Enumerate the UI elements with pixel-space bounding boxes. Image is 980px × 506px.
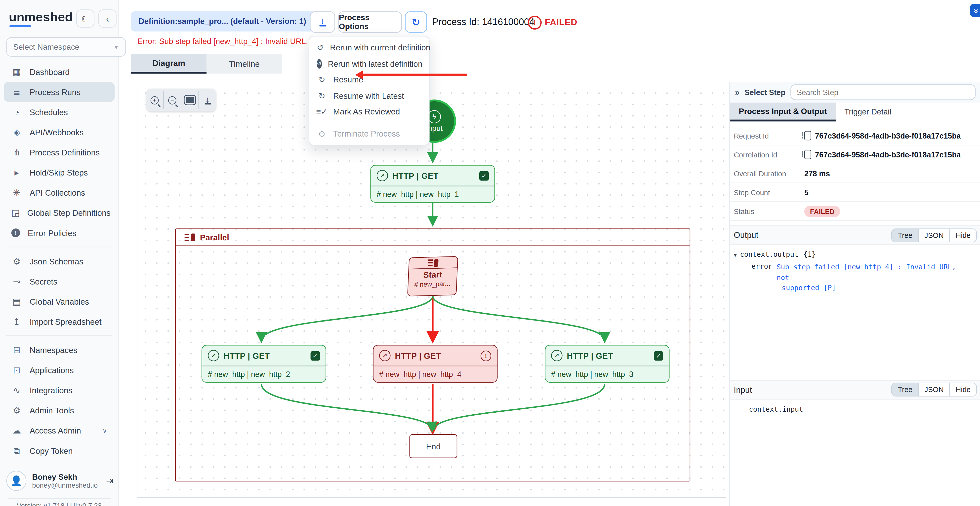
fit-view-button[interactable] xyxy=(181,93,198,108)
refresh-button[interactable]: ↻ xyxy=(405,11,427,33)
menu-item-resume-with-latest[interactable]: ↻Resume with Latest xyxy=(309,88,429,104)
tree-root-key: context.output xyxy=(740,251,799,259)
chevron-down-icon: ∨ xyxy=(102,427,107,434)
sidebar-item-api-collections[interactable]: ✳API Collections xyxy=(4,182,115,203)
global-step-definitions-icon: ◲ xyxy=(11,208,20,218)
sidebar-item-process-definitions[interactable]: ⋔Process Definitions xyxy=(4,142,115,162)
zoom-out-icon: − xyxy=(168,96,177,104)
integrations-icon: ∿ xyxy=(11,385,22,395)
sidebar-item-label: Json Schemas xyxy=(30,257,83,266)
http-icon: ↗ xyxy=(208,350,219,361)
import-spreadsheet-icon: ↥ xyxy=(11,317,22,327)
menu-item-mark-as-reviewed[interactable]: ≡✓Mark As Reviewed xyxy=(309,104,429,120)
sidebar-item-import-spreadsheet[interactable]: ↥Import Spreadsheet xyxy=(4,312,115,332)
sidebar-item-admin-tools[interactable]: ⚙Admin Tools xyxy=(4,400,115,420)
sidebar-item-integrations[interactable]: ∿Integrations xyxy=(4,380,115,400)
sidebar-item-global-step-definitions[interactable]: ◲Global Step Definitions xyxy=(4,203,115,223)
panel-tabs: Process Input & OutputTrigger Detail xyxy=(730,103,980,121)
detail-value: 5 xyxy=(804,188,808,197)
node-new-http-1[interactable]: ↗ HTTP | GET ✓ # new_http | new_http_1 xyxy=(370,165,495,203)
node-title: HTTP | GET xyxy=(395,351,441,360)
status-badge: FAILED xyxy=(804,206,840,217)
tab-timeline[interactable]: Timeline xyxy=(207,54,282,74)
sidebar-collapse-button[interactable]: ‹ xyxy=(98,10,116,28)
nav-divider xyxy=(6,335,112,336)
panel-collapse-icon[interactable]: » xyxy=(735,87,740,97)
node-parallel-start[interactable]: Start # new_par... xyxy=(407,256,458,297)
sidebar-item-copy-token[interactable]: ⧉Copy Token xyxy=(4,441,115,460)
api-webhooks-icon: ◈ xyxy=(11,127,22,137)
http-icon: ↗ xyxy=(377,170,388,181)
tree-expand-caret[interactable]: ▼ xyxy=(734,252,737,258)
view-tree-button[interactable]: Tree xyxy=(892,383,918,396)
namespace-select[interactable]: Select Namespace ▼ xyxy=(6,37,126,57)
sidebar-item-secrets[interactable]: ⊸Secrets xyxy=(4,271,115,292)
dashboard-icon: ▦ xyxy=(11,67,22,77)
view-json-button[interactable]: JSON xyxy=(918,383,950,396)
moon-icon: ☾ xyxy=(81,13,89,24)
view-tree-button[interactable]: Tree xyxy=(892,228,918,241)
download-icon: ↓ xyxy=(205,96,210,102)
panel-tab-trigger-detail[interactable]: Trigger Detail xyxy=(836,103,900,121)
panel-tab-process-input-output[interactable]: Process Input & Output xyxy=(730,103,836,121)
process-options-menu: ↺Rerun with current definition↺Rerun wit… xyxy=(309,36,430,145)
node-end[interactable]: End xyxy=(409,434,457,458)
input-view-switch: TreeJSONHide xyxy=(891,382,977,397)
view-hide-button[interactable]: Hide xyxy=(950,383,976,396)
sidebar-item-api-webhooks[interactable]: ◈API/Webhooks xyxy=(4,122,115,142)
node-new-http-2[interactable]: ↗HTTP | GET✓# new_http | new_http_2 xyxy=(202,345,326,382)
view-json-button[interactable]: JSON xyxy=(918,228,950,241)
download-button[interactable]: ↓ xyxy=(310,11,335,33)
sidebar-item-error-policies[interactable]: !Error Policies xyxy=(4,223,115,243)
node-detail: # new_http | new_http_1 xyxy=(371,186,495,203)
sidebar-item-applications[interactable]: ⊡Applications xyxy=(4,360,115,380)
copy-icon[interactable] xyxy=(804,131,811,140)
copy-icon[interactable] xyxy=(804,150,811,159)
sidebar-item-global-variables[interactable]: ▤Global Variables xyxy=(4,292,115,312)
sidebar: unmeshed ☾ ‹ Select Namespace ▼ ▦Dashboa… xyxy=(0,0,119,506)
app-logo: unmeshed xyxy=(9,10,73,25)
search-step-input[interactable] xyxy=(791,84,975,100)
sidebar-item-label: Error Policies xyxy=(28,228,76,238)
output-section-header: Output TreeJSONHide xyxy=(730,225,980,245)
detail-label: Status xyxy=(734,207,804,215)
sidebar-item-json-schemas[interactable]: ⚙Json Schemas xyxy=(4,251,115,271)
download-icon: ↓ xyxy=(321,17,325,24)
node-detail: # new_http | new_http_3 xyxy=(546,366,669,382)
sidebar-divider xyxy=(8,498,111,499)
dark-mode-toggle[interactable]: ☾ xyxy=(76,10,95,28)
sidebar-item-hold-skip-steps[interactable]: ▸Hold/Skip Steps xyxy=(4,162,115,182)
user-row: 👤 Boney Sekh boney@unmeshed.io ⇥ xyxy=(6,471,113,491)
zoom-in-button[interactable]: + xyxy=(146,93,163,108)
output-tree: ▼context.output{1} error Sub step failed… xyxy=(730,245,980,299)
step-detail-panel: » Select Step Process Input & OutputTrig… xyxy=(729,82,980,506)
sidebar-item-dashboard[interactable]: ▦Dashboard xyxy=(4,62,115,82)
diagram-canvas[interactable]: + − ↓ ϟ Input ↗ HTTP | GET ✓ # new_http … xyxy=(137,85,726,498)
nav-divider xyxy=(6,247,112,247)
select-step-bar: » Select Step xyxy=(730,82,980,103)
sidebar-item-access-admin[interactable]: ☁Access Admin∨ xyxy=(4,420,115,441)
sidebar-item-label: Admin Tools xyxy=(30,406,74,415)
detail-value-text: 767c3d64-958d-4adb-b3de-f018a17c15ba xyxy=(815,131,961,140)
node-new-http-3[interactable]: ↗HTTP | GET✓# new_http | new_http_3 xyxy=(545,345,670,382)
process-options-button[interactable]: Process Options xyxy=(338,11,402,33)
logout-icon[interactable]: ⇥ xyxy=(106,476,113,486)
menu-item-rerun-with-current-definition[interactable]: ↺Rerun with current definition xyxy=(309,40,429,56)
avatar: 👤 xyxy=(6,471,26,491)
detail-value-text: 278 ms xyxy=(804,169,830,178)
view-hide-button[interactable]: Hide xyxy=(950,228,976,241)
node-title: HTTP | GET xyxy=(567,351,613,360)
menu-item-rerun-with-latest-definition[interactable]: ↺Rerun with latest definition xyxy=(309,56,429,72)
zoom-out-button[interactable]: − xyxy=(164,93,181,108)
sidebar-item-schedules[interactable]: ◔Schedules xyxy=(4,102,115,122)
sidebar-item-process-runs[interactable]: ≣Process Runs xyxy=(4,82,115,102)
output-view-switch: TreeJSONHide xyxy=(891,228,977,242)
tab-diagram[interactable]: Diagram xyxy=(131,54,207,74)
success-check-icon: ✓ xyxy=(479,171,489,180)
download-diagram-button[interactable]: ↓ xyxy=(199,93,216,108)
sidebar-item-namespaces[interactable]: ⊟Namespaces xyxy=(4,340,115,360)
sidebar-item-label: Integrations xyxy=(30,385,72,395)
node-new-http-4[interactable]: ↗HTTP | GET!# new_http | new_http_4 xyxy=(373,345,498,382)
definition-pill[interactable]: Definition:sample_pro... (default - Vers… xyxy=(131,11,328,32)
scroll-down-badge[interactable]: » xyxy=(970,4,980,17)
